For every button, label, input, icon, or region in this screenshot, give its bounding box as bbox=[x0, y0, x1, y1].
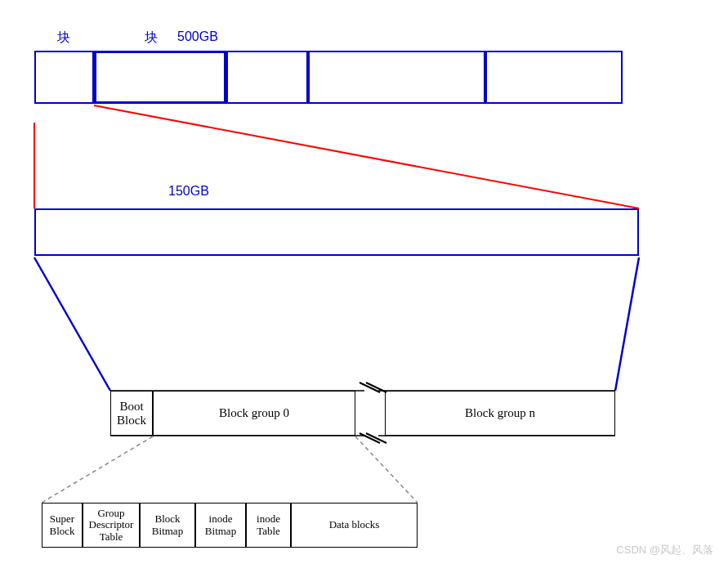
inode-bitmap: inodeBitmap bbox=[195, 503, 246, 548]
super-block: SuperBlock bbox=[42, 503, 83, 548]
disk-cell-4 bbox=[485, 51, 623, 104]
label-size-top: 500GB bbox=[177, 29, 218, 44]
data-blocks: Data blocks bbox=[291, 503, 418, 548]
group-descriptor-table: GroupDescriptorTable bbox=[83, 503, 140, 548]
block-group-n: Block group n bbox=[385, 391, 615, 436]
svg-line-2 bbox=[34, 257, 110, 391]
inode-table: inodeTable bbox=[246, 503, 291, 548]
watermark: CSDN @风起、风落 bbox=[616, 543, 713, 557]
block-detail-row: SuperBlock GroupDescriptorTable BlockBit… bbox=[42, 503, 418, 548]
block-group-row: BootBlock Block group 0 Block group n bbox=[110, 391, 615, 436]
svg-line-12 bbox=[42, 436, 153, 503]
svg-line-3 bbox=[615, 257, 639, 391]
disk-cell-0 bbox=[34, 51, 94, 104]
partition-box bbox=[34, 208, 639, 256]
block-group-0: Block group 0 bbox=[153, 391, 355, 436]
svg-line-13 bbox=[355, 436, 418, 503]
disk-cell-1 bbox=[94, 51, 226, 104]
boot-block: BootBlock bbox=[110, 391, 153, 436]
label-size-mid: 150GB bbox=[168, 184, 209, 199]
disk-row bbox=[34, 51, 623, 104]
disk-cell-2 bbox=[226, 51, 308, 104]
gap-cell bbox=[355, 391, 385, 436]
block-bitmap: BlockBitmap bbox=[140, 503, 195, 548]
label-kuai-2: 块 bbox=[145, 29, 158, 47]
label-kuai-1: 块 bbox=[57, 29, 70, 47]
disk-cell-3 bbox=[308, 51, 485, 104]
